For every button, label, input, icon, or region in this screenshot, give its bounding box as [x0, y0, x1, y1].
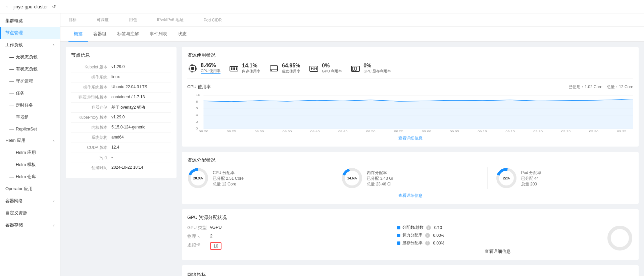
cpu-detail-link[interactable]: 查看详细信息 [398, 136, 423, 141]
gpu-detail-link[interactable]: 查看详细信息 [397, 249, 599, 255]
sidebar-label-stateful-dash: — [9, 67, 14, 72]
sidebar-item-cron[interactable]: — 定时任务 [0, 99, 60, 111]
network-title: 网络指标 [187, 272, 633, 276]
gpu-physical-row: 物理卡 2 [187, 233, 389, 239]
gpu-util-label: GPU 利用率 [322, 69, 342, 74]
distribution-row: 20.9% CPU 分配率 已分配 2.51 Core 总量 12 Core [187, 167, 633, 189]
memory-label: 内存使用率 [242, 69, 260, 74]
sidebar-item-node-management[interactable]: 节点管理 [0, 27, 60, 39]
gpu-util-item: 0% GPU 利用率 [308, 63, 342, 74]
sidebar-label-rs-dash: — [9, 126, 14, 131]
svg-text:2: 2 [196, 120, 198, 123]
gpu-physical-label: 物理卡 [187, 233, 207, 239]
node-info-label: 污点 [71, 155, 111, 161]
sidebar-item-container-network[interactable]: 容器网络 ∨ [0, 195, 60, 207]
gpu-legend-0: 分配数/总数 ? 0/10 [397, 225, 599, 230]
sidebar-item-custom-resource[interactable]: 自定义资源 [0, 207, 60, 219]
gpu-distribution-card: GPU 资源分配状况 GPU 类型 vGPU 物理卡 2 [182, 209, 639, 260]
sidebar-item-helm-app[interactable]: Helm 应用 ∧ [0, 134, 60, 147]
memory-pct: 14.1% [242, 63, 260, 69]
right-panel: 资源使用状况 8.46% CPU 使用率 [182, 47, 639, 276]
disk-usage-item: 64.95% 磁盘使用率 [268, 63, 300, 74]
sidebar-label-helm-sub: Helm 应用 [16, 150, 36, 156]
tab-container-group[interactable]: 容器组 [88, 27, 112, 42]
svg-text:08:25: 08:25 [227, 130, 236, 133]
sidebar-label-helm-template: Helm 模板 [16, 162, 36, 168]
sidebar-item-stateful[interactable]: — 有状态负载 [0, 63, 60, 75]
svg-rect-18 [236, 67, 237, 70]
gpu-info-panel: GPU 类型 vGPU 物理卡 2 虚拟卡 10 [187, 225, 389, 255]
node-info-row: 内核版本5.15.0-124-generic [71, 123, 171, 133]
resource-distribution-title: 资源分配状况 [187, 157, 633, 163]
gpu-virtual-row: 虚拟卡 10 [187, 242, 389, 250]
col-cidr: Pod CIDR [204, 18, 222, 22]
sidebar-item-helm-template[interactable]: — Helm 模板 [0, 159, 60, 171]
node-info-row: 操作系统linux [71, 72, 171, 82]
gpu-legend-info-1[interactable]: ? [425, 233, 430, 238]
gpu-legend-label-1: 算力分配率 [402, 232, 423, 238]
network-section: 网络指标 [182, 265, 639, 276]
cpu-dist-item: 20.9% CPU 分配率 已分配 2.51 Core 总量 12 Core [187, 167, 325, 189]
sidebar-dash-helm-tpl: — [9, 162, 14, 167]
sidebar-item-helm-repo[interactable]: — Helm 仓库 [0, 171, 60, 183]
sidebar-label-storage: 容器存储 [5, 222, 23, 228]
node-info-value: 5.15.0-124-generic [111, 125, 145, 129]
resource-usage-title: 资源使用状况 [187, 52, 633, 58]
gpu-legend-info-2[interactable]: ? [425, 241, 430, 245]
dist-sep-2 [487, 167, 488, 189]
svg-text:09:10: 09:10 [478, 130, 487, 133]
sidebar-item-cluster-overview[interactable]: 集群概览 [0, 15, 60, 27]
sidebar-item-container-group[interactable]: — 容器组 [0, 111, 60, 123]
svg-text:09:05: 09:05 [450, 130, 459, 133]
helm-arrow-icon: ∧ [52, 139, 55, 143]
sidebar-item-task[interactable]: — 任务 [0, 87, 60, 99]
node-info-row: 操作系统版本Ubuntu 22.04.3 LTS [71, 82, 171, 93]
tab-labels[interactable]: 标签与注解 [112, 27, 144, 42]
disk-pct: 64.95% [282, 63, 300, 69]
sidebar-item-operator[interactable]: Operator 应用 [0, 183, 60, 195]
back-button[interactable]: ← [5, 4, 11, 10]
disk-icon [268, 63, 279, 74]
sidebar-item-workload[interactable]: 工作负载 ∧ [0, 39, 60, 51]
sidebar-item-daemon[interactable]: — 守护进程 [0, 75, 60, 87]
sidebar-item-container-storage[interactable]: 容器存储 ∨ [0, 219, 60, 231]
cpu-chart-link[interactable]: 查看详细信息 [187, 135, 633, 141]
gpu-content: GPU 类型 vGPU 物理卡 2 虚拟卡 10 [187, 225, 633, 255]
sidebar-item-stateless[interactable]: — 无状态负载 [0, 51, 60, 63]
col-schedulable: 可调度 [97, 17, 109, 23]
node-info-label: KubeProxy 版本 [71, 115, 111, 120]
sidebar-item-helm-app-sub[interactable]: — Helm 应用 [0, 147, 60, 159]
sidebar-label-cron-dash: — [9, 103, 14, 108]
sidebar-label-stateless-text: 无状态负载 [16, 54, 38, 60]
node-info-value: v1.29.0 [111, 64, 125, 69]
pod-dist-info: Pod 分配率 已分配 44 总量 200 [521, 169, 542, 187]
dist-detail-anchor[interactable]: 查看详细信息 [398, 193, 423, 198]
tab-overview[interactable]: 概览 [68, 27, 88, 42]
disk-label: 磁盘使用率 [282, 69, 300, 74]
cpu-pct: 8.46% [201, 62, 220, 68]
refresh-button[interactable]: ↺ [52, 4, 56, 9]
node-info-row: KubeProxy 版本v1.29.0 [71, 113, 171, 123]
sidebar-label-task-text: 任务 [16, 90, 24, 96]
top-bar: ← jinye-gpu-cluster ↺ [0, 0, 644, 13]
svg-text:09:20: 09:20 [533, 130, 543, 133]
tab-status[interactable]: 状态 [172, 27, 192, 42]
sidebar-label-workload: 工作负载 [5, 42, 23, 48]
gpu-detail-anchor[interactable]: 查看详细信息 [485, 249, 511, 254]
node-info-value: linux [111, 74, 120, 79]
gpu-legend-info-0[interactable]: ? [426, 225, 431, 230]
sidebar-item-replicaset[interactable]: — ReplicaSet [0, 123, 60, 134]
tabs-bar: 概览 容器组 标签与注解 事件列表 状态 [60, 27, 644, 42]
gpu-type-label: GPU 类型 [187, 225, 207, 231]
node-info-card: 节点信息 Kubelet 版本v1.29.0操作系统linux操作系统版本Ubu… [66, 47, 177, 178]
gpu-virtual-value: 10 [210, 242, 221, 250]
memory-usage-item: 14.1% 内存使用率 [229, 63, 260, 74]
gpu-legend-label-2: 显存分配率 [402, 240, 423, 246]
svg-text:09:30: 09:30 [589, 130, 598, 133]
cpu-usage-item: 8.46% CPU 使用率 [187, 62, 220, 74]
tab-events[interactable]: 事件列表 [144, 27, 172, 42]
cpu-usage-text: 8.46% CPU 使用率 [201, 62, 220, 74]
distribution-detail-link[interactable]: 查看详细信息 [187, 193, 633, 199]
svg-text:08:20: 08:20 [199, 130, 208, 133]
node-info-row: 容器运行时/版本containerd / 1.7.13 [71, 93, 171, 103]
